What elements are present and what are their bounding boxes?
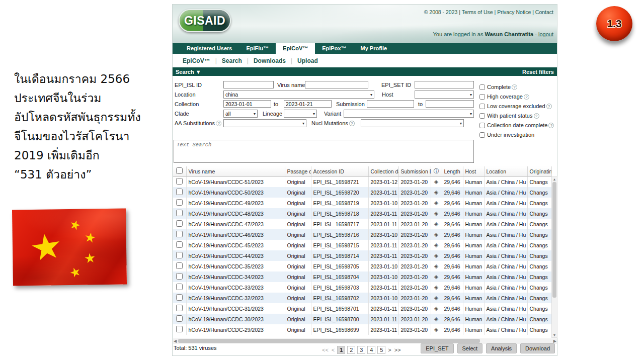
page-2[interactable]: 2 — [347, 346, 355, 354]
record-detail-icon[interactable]: ◈ — [434, 231, 438, 237]
vertical-scrollbar[interactable]: ▲ ▼ — [551, 176, 557, 338]
column-header[interactable]: ⓘ — [431, 166, 442, 176]
clade-select[interactable]: all▾ — [223, 110, 258, 118]
table-row[interactable]: hCoV-19/Hunan/CCDC-31/2023OriginalEPI_IS… — [173, 303, 551, 314]
checkbox[interactable] — [479, 132, 485, 138]
search-section-toggle[interactable]: Search ▼ — [176, 69, 201, 75]
episet-button[interactable]: EPI_SET — [421, 343, 453, 353]
page-3[interactable]: 3 — [357, 346, 365, 354]
analysis-button[interactable]: Analysis — [486, 343, 517, 353]
row-checkbox[interactable] — [176, 326, 183, 332]
horizontal-scroll-thumb[interactable] — [178, 339, 480, 343]
record-detail-icon[interactable]: ◈ — [434, 200, 438, 206]
record-detail-icon[interactable]: ◈ — [434, 316, 438, 322]
tab-epicov[interactable]: EpiCoV™ — [276, 43, 315, 54]
record-detail-icon[interactable]: ◈ — [434, 284, 438, 290]
row-checkbox[interactable] — [176, 241, 183, 248]
column-header[interactable]: Host — [463, 166, 484, 176]
collection-from-input[interactable] — [223, 100, 271, 108]
help-icon[interactable] — [216, 121, 221, 126]
table-row[interactable]: hCoV-19/Hunan/CCDC-44/2023OriginalEPI_IS… — [173, 250, 551, 261]
checkbox[interactable] — [479, 84, 485, 90]
record-detail-icon[interactable]: ◈ — [434, 305, 438, 311]
column-header[interactable]: Collection da — [368, 166, 398, 176]
pagination-first[interactable]: << — [321, 347, 329, 353]
row-checkbox[interactable] — [176, 262, 183, 269]
column-header[interactable]: Accession ID — [311, 166, 368, 176]
column-header[interactable] — [173, 166, 186, 176]
checkbox[interactable] — [479, 104, 485, 109]
table-row[interactable]: hCoV-19/Hunan/CCDC-47/2023OriginalEPI_IS… — [173, 219, 551, 229]
record-detail-icon[interactable]: ◈ — [434, 178, 438, 185]
nucl-mutations-select[interactable]: ▾ — [361, 119, 464, 127]
select-button[interactable]: Select — [457, 343, 483, 353]
table-row[interactable]: hCoV-19/Hunan/CCDC-50/2023OriginalEPI_IS… — [173, 187, 551, 198]
scroll-down-icon[interactable]: ▼ — [552, 333, 557, 337]
row-checkbox[interactable] — [176, 315, 183, 322]
virus-name-input[interactable] — [305, 81, 368, 88]
download-button[interactable]: Download — [520, 343, 555, 353]
column-header[interactable]: Virus name — [186, 166, 285, 176]
filter-checkbox-under-investigation[interactable]: Under investigation — [479, 132, 534, 138]
subnav-downloads[interactable]: Downloads — [249, 57, 291, 64]
filter-checkbox-complete[interactable]: Complete — [479, 84, 517, 90]
table-row[interactable]: hCoV-19/Hunan/CCDC-35/2023OriginalEPI_IS… — [173, 261, 551, 272]
record-detail-icon[interactable]: ◈ — [434, 295, 438, 301]
variant-select[interactable]: ▾ — [344, 110, 474, 118]
logout-link[interactable]: logout — [538, 31, 553, 37]
row-checkbox[interactable] — [176, 305, 183, 311]
column-header[interactable]: Length — [442, 166, 463, 176]
row-checkbox[interactable] — [176, 178, 183, 185]
column-header[interactable]: Location — [484, 166, 527, 176]
pagination-prev[interactable]: < — [331, 347, 335, 353]
table-row[interactable]: hCoV-19/Hunan/CCDC-30/2023OriginalEPI_IS… — [173, 314, 551, 324]
row-checkbox[interactable] — [176, 199, 183, 206]
table-row[interactable]: hCoV-19/Hunan/CCDC-32/2023OriginalEPI_IS… — [173, 293, 551, 303]
record-detail-icon[interactable]: ◈ — [434, 252, 438, 258]
subnav-upload[interactable]: Upload — [292, 57, 323, 64]
record-detail-icon[interactable]: ◈ — [434, 326, 438, 332]
table-row[interactable]: hCoV-19/Hunan/CCDC-49/2023OriginalEPI_IS… — [173, 198, 551, 208]
record-detail-icon[interactable]: ◈ — [434, 189, 438, 195]
scroll-left-icon[interactable]: ◀ — [174, 338, 177, 344]
aa-substitutions-select[interactable]: ▾ — [223, 119, 306, 127]
row-checkbox[interactable] — [176, 252, 183, 258]
checkbox[interactable] — [479, 123, 485, 128]
pagination-next[interactable]: > — [387, 347, 391, 353]
checkbox[interactable] — [479, 113, 485, 119]
vertical-scroll-thumb[interactable] — [552, 182, 556, 298]
filter-checkbox-high-coverage[interactable]: High coverage — [479, 94, 529, 100]
collection-to-input[interactable] — [284, 100, 332, 108]
subnav-epicov[interactable]: EpiCoV™ — [178, 57, 215, 64]
row-checkbox[interactable] — [176, 220, 183, 227]
row-checkbox[interactable] — [176, 273, 183, 280]
checkbox[interactable] — [479, 94, 485, 100]
tab-myprofile[interactable]: My Profile — [354, 43, 394, 54]
text-search-input[interactable] — [174, 140, 474, 163]
page-4[interactable]: 4 — [367, 346, 375, 354]
filter-checkbox-with-patient-status[interactable]: With patient status — [479, 113, 539, 119]
filter-checkbox-low-coverage-excluded[interactable]: Low coverage excluded — [479, 103, 552, 109]
page-1[interactable]: 1 — [337, 346, 345, 354]
header-links[interactable]: © 2008 - 2023 | Terms of Use | Privacy N… — [424, 9, 553, 15]
tab-epipox[interactable]: EpiPox™ — [315, 43, 353, 54]
help-icon[interactable] — [534, 113, 539, 119]
help-icon[interactable] — [349, 121, 355, 126]
table-row[interactable]: hCoV-19/Hunan/CCDC-33/2023OriginalEPI_IS… — [173, 282, 551, 293]
help-icon[interactable] — [512, 84, 517, 90]
row-checkbox[interactable] — [176, 284, 183, 290]
location-select[interactable]: china▾ — [223, 90, 374, 99]
page-5[interactable]: 5 — [377, 346, 385, 354]
column-header[interactable]: Passage de — [285, 166, 311, 176]
scroll-up-icon[interactable]: ▲ — [552, 177, 557, 181]
epi-isl-id-input[interactable] — [223, 81, 274, 88]
host-select[interactable]: ▾ — [415, 90, 474, 99]
help-icon[interactable] — [548, 123, 554, 128]
subnav-search[interactable]: Search — [217, 57, 247, 64]
table-row[interactable]: hCoV-19/Hunan/CCDC-46/2023OriginalEPI_IS… — [173, 229, 551, 240]
reset-filters-button[interactable]: Reset filters — [522, 69, 554, 75]
lineage-select[interactable]: ▾ — [284, 110, 317, 118]
submission-to-input[interactable] — [426, 100, 474, 108]
record-detail-icon[interactable]: ◈ — [434, 210, 438, 216]
submission-from-input[interactable] — [367, 100, 414, 108]
